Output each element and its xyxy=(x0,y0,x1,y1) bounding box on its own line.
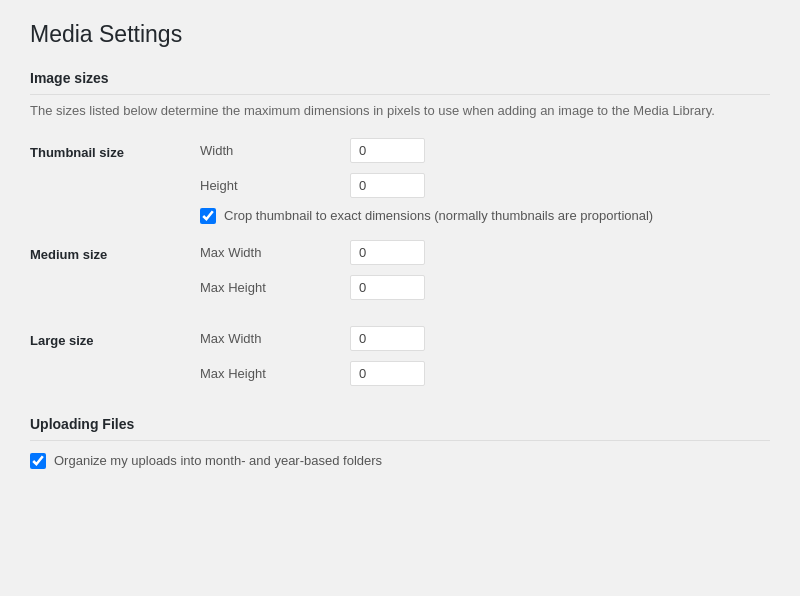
thumbnail-crop-checkbox[interactable] xyxy=(200,208,216,224)
medium-max-width-label: Max Width xyxy=(200,245,350,260)
medium-max-width-row: Max Width xyxy=(200,240,770,265)
medium-max-height-label: Max Height xyxy=(200,280,350,295)
large-size-label: Large size xyxy=(30,326,200,348)
thumbnail-fields: Width Height Crop thumbnail to exact dim… xyxy=(200,138,770,224)
thumbnail-width-input[interactable] xyxy=(350,138,425,163)
image-sizes-description: The sizes listed below determine the max… xyxy=(30,103,770,118)
medium-fields: Max Width Max Height xyxy=(200,240,770,310)
medium-max-height-row: Max Height xyxy=(200,275,770,300)
large-max-width-input[interactable] xyxy=(350,326,425,351)
large-max-height-row: Max Height xyxy=(200,361,770,386)
medium-max-height-input[interactable] xyxy=(350,275,425,300)
large-size-row: Large size Max Width Max Height xyxy=(30,326,770,396)
large-max-width-label: Max Width xyxy=(200,331,350,346)
medium-max-width-input[interactable] xyxy=(350,240,425,265)
large-max-height-label: Max Height xyxy=(200,366,350,381)
thumbnail-width-label: Width xyxy=(200,143,350,158)
organize-uploads-row: Organize my uploads into month- and year… xyxy=(30,453,770,469)
thumbnail-height-row: Height xyxy=(200,173,770,198)
thumbnail-height-label: Height xyxy=(200,178,350,193)
thumbnail-height-input[interactable] xyxy=(350,173,425,198)
page-title: Media Settings xyxy=(30,20,770,50)
thumbnail-width-row: Width xyxy=(200,138,770,163)
uploading-section: Uploading Files Organize my uploads into… xyxy=(30,416,770,469)
organize-uploads-checkbox[interactable] xyxy=(30,453,46,469)
uploading-title: Uploading Files xyxy=(30,416,770,441)
medium-size-label: Medium size xyxy=(30,240,200,262)
image-sizes-section: Image sizes The sizes listed below deter… xyxy=(30,70,770,396)
thumbnail-size-row: Thumbnail size Width Height Crop thumbna… xyxy=(30,138,770,224)
large-max-height-input[interactable] xyxy=(350,361,425,386)
organize-uploads-label: Organize my uploads into month- and year… xyxy=(54,453,382,468)
medium-size-row: Medium size Max Width Max Height xyxy=(30,240,770,310)
thumbnail-size-label: Thumbnail size xyxy=(30,138,200,160)
large-max-width-row: Max Width xyxy=(200,326,770,351)
thumbnail-crop-row: Crop thumbnail to exact dimensions (norm… xyxy=(200,208,770,224)
image-sizes-title: Image sizes xyxy=(30,70,770,95)
large-fields: Max Width Max Height xyxy=(200,326,770,396)
thumbnail-crop-label: Crop thumbnail to exact dimensions (norm… xyxy=(224,208,653,223)
